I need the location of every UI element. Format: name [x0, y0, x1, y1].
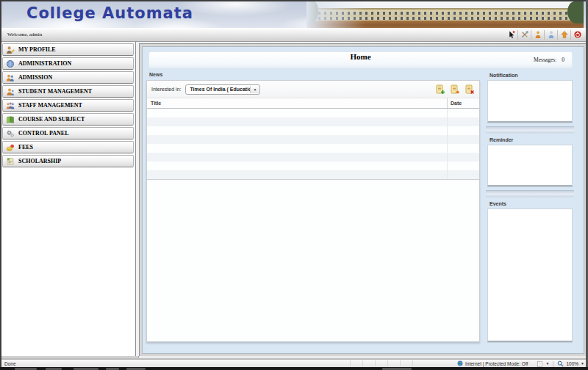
notification-section: Notification	[486, 72, 574, 123]
certificate-icon	[6, 157, 15, 166]
messages-count: 0	[562, 57, 564, 63]
sidebar-item-course-and-subject[interactable]: COURSE AND SUBJECT	[2, 113, 134, 126]
sidebar-item-control-panel[interactable]: CONTROL PANEL	[2, 127, 134, 139]
chevron-down-icon[interactable]: ▼	[581, 362, 584, 366]
status-cell-divider	[553, 361, 553, 367]
security-zone-text: Internet | Protected Mode: Off	[465, 361, 528, 366]
status-text: Done	[4, 361, 16, 366]
news-source-select[interactable]: Times Of India ( Education ) ▼	[185, 84, 260, 95]
reminder-section: Reminder	[486, 137, 574, 186]
sidebar-menu: MY PROFILE ADMINISTRATION ADMISSION STUD…	[1, 42, 136, 356]
forward-news-icon[interactable]	[450, 84, 460, 95]
welcome-bar: Welcome, admin	[1, 28, 586, 42]
sidebar-item-my-profile[interactable]: MY PROFILE	[2, 43, 134, 56]
cursor-icon[interactable]	[505, 30, 518, 40]
sidebar-item-scholarship[interactable]: SCHOLARSHIP	[2, 155, 134, 167]
two-people-icon	[6, 73, 15, 82]
main-content-frame: Home Messages:0 News Interested in: Time…	[140, 44, 587, 356]
staff-person-icon[interactable]	[531, 30, 545, 40]
quick-actions	[505, 29, 584, 40]
taskbar-item	[106, 368, 119, 370]
status-cell-divider	[400, 360, 401, 366]
students-icon	[6, 87, 15, 96]
window-border-top	[0, 0, 588, 1]
sidebar-item-admission[interactable]: ADMISSION	[2, 71, 134, 84]
news-section: News Interested in: Times Of India ( Edu…	[146, 72, 480, 342]
security-zone-indicator: Internet | Protected Mode: Off	[457, 360, 528, 366]
tree-right	[567, 1, 584, 23]
magnifier-icon[interactable]	[557, 360, 564, 367]
sidebar-item-staff-management[interactable]: STAFF MANAGEMENT	[2, 99, 134, 112]
news-table-empty-row	[147, 144, 479, 153]
page-title: Home	[149, 52, 572, 68]
news-panel: Interested in: Times Of India ( Educatio…	[146, 80, 480, 342]
events-section: Events	[486, 200, 574, 342]
status-cell-divider	[412, 360, 413, 366]
user-session-icon[interactable]	[545, 30, 558, 40]
interested-in-label: Interested in:	[151, 87, 181, 92]
logout-power-icon[interactable]	[571, 30, 584, 40]
news-table-empty-row	[147, 109, 479, 117]
sidebar-item-label: ADMINISTRATION	[18, 60, 71, 67]
events-box	[487, 208, 573, 342]
globe-icon	[457, 360, 463, 366]
photo-fade	[306, 1, 365, 28]
panel-divider	[486, 126, 574, 134]
home-up-icon	[560, 30, 569, 39]
chevron-down-icon[interactable]: ▼	[250, 86, 259, 93]
news-toolbar: Interested in: Times Of India ( Educatio…	[147, 81, 479, 98]
browser-status-bar: Done Internet | Protected Mode: Off ▼ 10…	[0, 359, 588, 367]
taskbar-item	[126, 368, 146, 370]
page-title-bar: Home Messages:0	[148, 51, 573, 68]
news-section-label: News	[149, 72, 162, 77]
column-header-date[interactable]: Date	[447, 98, 479, 108]
status-cell-divider	[387, 360, 388, 366]
news-source-selected-value: Times Of India ( Education )	[190, 87, 257, 92]
zoom-level[interactable]: 100%	[566, 361, 578, 366]
add-news-icon[interactable]	[435, 84, 445, 95]
notification-box	[487, 80, 573, 123]
sidebar-item-label: FEES	[18, 144, 33, 150]
cursor-icon	[507, 30, 516, 39]
globe-gear-icon	[6, 59, 15, 68]
zoom-controls: ▼ 100% ▼	[537, 360, 584, 367]
delete-news-icon[interactable]	[465, 84, 475, 95]
sidebar-item-label: CONTROL PANEL	[18, 130, 69, 137]
events-label: Events	[490, 201, 574, 206]
home-up-icon[interactable]	[558, 30, 571, 40]
messages-label: Messages:	[534, 57, 556, 63]
staff-person-icon	[534, 30, 542, 39]
news-table-empty-row	[147, 135, 479, 144]
college-building-photo	[306, 1, 584, 28]
notification-label: Notification	[490, 73, 574, 78]
window-border-left	[0, 0, 1, 367]
sidebar-item-label: STUDENT MANAGEMENT	[18, 88, 92, 95]
column-header-title[interactable]: Title	[147, 98, 447, 108]
status-cell-divider	[362, 360, 363, 366]
tools-icon[interactable]	[518, 30, 531, 40]
sidebar-item-label: SCHOLARSHIP	[18, 158, 61, 164]
sidebar-item-label: STAFF MANAGEMENT	[18, 102, 82, 109]
messages-indicator: Messages:0	[534, 57, 564, 63]
horizontal-scrollbar-thumb[interactable]	[1, 356, 139, 358]
coins-icon	[6, 143, 15, 152]
news-table-empty-row	[147, 117, 479, 126]
reminder-box	[487, 145, 573, 186]
user-edit-icon	[6, 46, 15, 54]
status-cell-divider	[350, 360, 351, 366]
sidebar-item-label: MY PROFILE	[18, 46, 56, 53]
chevron-down-icon[interactable]: ▼	[545, 362, 549, 366]
news-table-empty-row	[147, 153, 479, 162]
user-session-icon	[547, 30, 556, 39]
page-icon[interactable]	[537, 360, 543, 367]
sidebar-item-administration[interactable]: ADMINISTRATION	[2, 57, 134, 70]
status-cell-divider	[375, 360, 376, 366]
news-table-body	[147, 109, 479, 180]
taskbar-item	[46, 368, 62, 370]
taskbar-item	[15, 368, 37, 370]
sidebar-item-student-management[interactable]: STUDENT MANAGEMENT	[2, 85, 134, 98]
book-icon	[6, 115, 15, 124]
sidebar-item-fees[interactable]: FEES	[2, 141, 134, 153]
sidebar-item-label: ADMISSION	[18, 74, 52, 81]
news-table-empty-row	[147, 162, 479, 170]
